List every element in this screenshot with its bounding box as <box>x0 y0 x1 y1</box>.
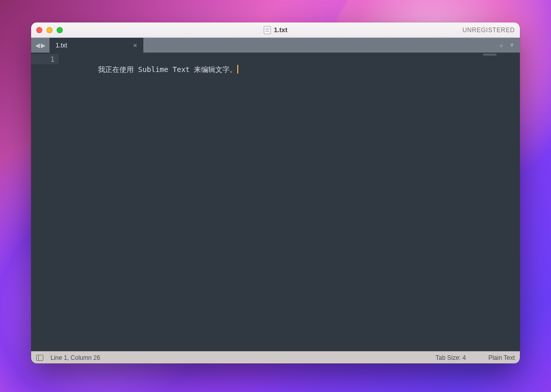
traffic-lights <box>36 27 63 33</box>
code-line: 我正在使用 Sublime Text 来编辑文字。 <box>64 54 474 85</box>
tab-active[interactable]: 1.txt × <box>49 38 143 53</box>
tab-size[interactable]: Tab Size: 4 <box>436 354 466 361</box>
history-nav: ◀ ▶ <box>31 38 49 53</box>
text-cursor <box>237 65 238 74</box>
history-forward-icon[interactable]: ▶ <box>41 42 45 48</box>
minimap-content-icon <box>483 54 496 56</box>
history-back-icon[interactable]: ◀ <box>35 42 40 48</box>
tab-strip: ◀ ▶ 1.txt × ＋ ▼ <box>31 38 520 53</box>
tab-label: 1.txt <box>56 42 132 49</box>
tab-list-icon[interactable]: ▼ <box>509 42 515 48</box>
cursor-position[interactable]: Line 1, Column 26 <box>51 354 100 361</box>
zoom-window-button[interactable] <box>57 27 63 33</box>
app-window: 1.txt UNREGISTERED ◀ ▶ 1.txt × ＋ ▼ 1 我正在… <box>31 22 520 363</box>
tab-close-icon[interactable]: × <box>132 41 138 50</box>
code-text: 我正在使用 Sublime Text 来编辑文字。 <box>98 65 237 74</box>
status-bar: Line 1, Column 26 Tab Size: 4 Plain Text <box>31 351 520 363</box>
line-number[interactable]: 1 <box>31 54 59 64</box>
gutter: 1 <box>31 53 61 351</box>
close-window-button[interactable] <box>36 27 42 33</box>
new-tab-icon[interactable]: ＋ <box>497 41 505 49</box>
registration-status[interactable]: UNREGISTERED <box>462 27 515 34</box>
minimap[interactable] <box>474 53 520 351</box>
window-title-text: 1.txt <box>274 26 288 34</box>
minimize-window-button[interactable] <box>46 27 53 33</box>
document-icon <box>264 26 271 34</box>
titlebar[interactable]: 1.txt UNREGISTERED <box>31 22 520 38</box>
code-view[interactable]: 我正在使用 Sublime Text 来编辑文字。 <box>61 53 474 351</box>
syntax-mode[interactable]: Plain Text <box>488 354 515 361</box>
window-title: 1.txt <box>31 22 520 37</box>
editor-area: 1 我正在使用 Sublime Text 来编辑文字。 <box>31 53 520 351</box>
sidebar-toggle-icon[interactable] <box>36 355 43 361</box>
tab-actions: ＋ ▼ <box>492 38 520 53</box>
